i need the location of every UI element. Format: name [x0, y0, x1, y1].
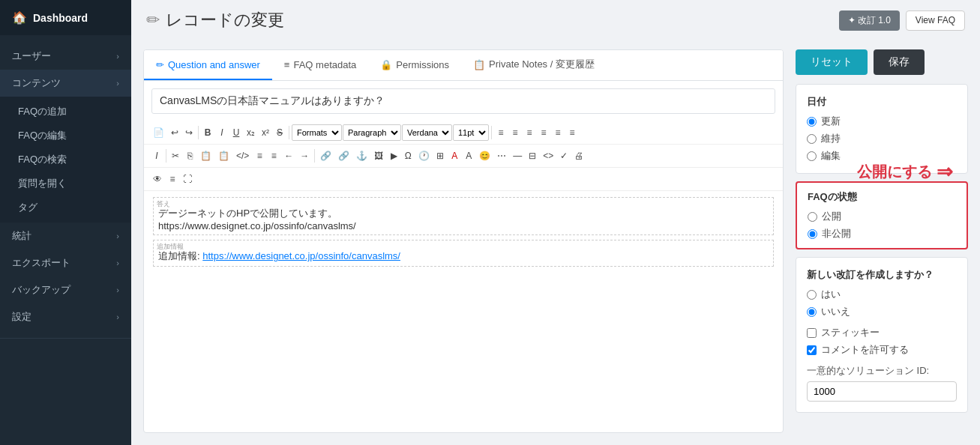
toolbar-paste2-icon[interactable]: 📋: [215, 148, 232, 164]
toolbar-unlink-icon[interactable]: 🔗: [335, 148, 352, 164]
faq-status-radio-public[interactable]: [808, 212, 817, 222]
sidebar-item-open-question[interactable]: 質問を開く: [0, 172, 131, 196]
sidebar-item-settings[interactable]: 設定 ›: [0, 303, 131, 330]
toolbar-table-icon[interactable]: ⊞: [433, 148, 447, 164]
toolbar-color-icon[interactable]: A: [448, 148, 461, 164]
toolbar-cut-icon[interactable]: ✂: [169, 148, 182, 164]
editor-toolbar-row3: 👁 ≡ ⛶: [144, 168, 783, 191]
sidebar-item-faq-edit[interactable]: FAQの編集: [0, 124, 131, 148]
question-input[interactable]: [151, 88, 775, 114]
date-option-maintain[interactable]: 維持: [807, 132, 957, 145]
toolbar-spell-icon[interactable]: ✓: [557, 148, 571, 164]
toolbar-paste-icon[interactable]: 📋: [197, 148, 214, 164]
toolbar-list-ol-icon[interactable]: ≡: [267, 148, 280, 164]
tab-permissions[interactable]: 🔒 Permissions: [368, 50, 461, 80]
checkboxes: スティッキー コメントを許可する: [807, 326, 957, 357]
chevron-right-icon-settings: ›: [116, 312, 119, 321]
toolbar-link-icon[interactable]: 🔗: [317, 148, 334, 164]
toolbar-unindent-icon[interactable]: ←: [281, 148, 296, 164]
sidebar-item-contents[interactable]: コンテンツ ›: [0, 70, 131, 97]
faq-status-option-private[interactable]: 非公開: [808, 227, 956, 240]
sticky-checkbox[interactable]: [807, 328, 817, 338]
toolbar-emoji-icon[interactable]: 😊: [476, 148, 493, 164]
sidebar-item-backup[interactable]: バックアップ ›: [0, 276, 131, 303]
toolbar-code-icon[interactable]: </>: [233, 148, 252, 164]
toolbar-italic2-icon[interactable]: I: [150, 148, 163, 164]
additional-link[interactable]: https://www.designet.co.jp/ossinfo/canva…: [202, 250, 400, 261]
toolbar-code2-icon[interactable]: <>: [540, 148, 556, 164]
toolbar-page-break-icon[interactable]: ⊟: [526, 148, 539, 164]
toolbar-hr-icon[interactable]: —: [510, 148, 525, 164]
toolbar-new-doc-icon[interactable]: 📄: [150, 124, 167, 141]
tab-private-notes[interactable]: 📋 Private Notes / 変更履歴: [461, 50, 607, 80]
reset-button[interactable]: リセット: [796, 49, 868, 75]
sidebar-item-faq-search[interactable]: FAQの検索: [0, 148, 131, 172]
new-revision-radio-group: はい いいえ: [807, 288, 957, 318]
right-panel: リセット 保存 日付 更新 維持 編集: [796, 49, 968, 433]
new-revision-title: 新しい改訂を作成しますか？: [807, 268, 957, 282]
date-radio-edit[interactable]: [807, 151, 817, 161]
annotation-group: 公開にする ⇒: [857, 160, 953, 184]
allow-comments-checkbox[interactable]: [807, 345, 817, 355]
toolbar-font-select[interactable]: Verdana: [402, 124, 452, 141]
sidebar-item-export[interactable]: エクスポート ›: [0, 249, 131, 276]
chevron-right-icon-backup: ›: [116, 285, 119, 294]
chevron-right-icon-stats: ›: [116, 231, 119, 240]
toolbar-special-char-icon[interactable]: Ω: [401, 148, 415, 164]
toolbar-redo-icon[interactable]: ↪: [182, 124, 196, 141]
faq-status-option-public[interactable]: 公開: [808, 210, 956, 223]
toolbar-fullscreen-icon[interactable]: ⛶: [180, 171, 195, 187]
toolbar-preview-icon[interactable]: 👁: [150, 171, 165, 187]
allow-comments-checkbox-label[interactable]: コメントを許可する: [807, 343, 957, 357]
header-buttons: ✦ 改訂 1.0 View FAQ: [839, 10, 966, 31]
toolbar-list-ul-icon[interactable]: ≡: [253, 148, 266, 164]
date-radio-update[interactable]: [807, 117, 817, 127]
revision-button[interactable]: ✦ 改訂 1.0: [839, 10, 900, 31]
new-revision-option-no[interactable]: いいえ: [807, 305, 957, 318]
toolbar-media-icon[interactable]: ▶: [387, 148, 400, 164]
tab-qa[interactable]: ✏ Question and answer: [144, 50, 272, 80]
view-faq-button[interactable]: View FAQ: [906, 10, 965, 31]
toolbar-undo-icon[interactable]: ↩: [168, 124, 181, 141]
toolbar-anchor-icon[interactable]: ⚓: [353, 148, 370, 164]
toolbar-underline-icon[interactable]: U: [229, 124, 243, 141]
toolbar-bold-icon[interactable]: B: [201, 124, 214, 141]
toolbar-align-justify-icon[interactable]: ≡: [537, 124, 550, 141]
new-revision-radio-no[interactable]: [807, 307, 817, 317]
sidebar-item-stats[interactable]: 統計 ›: [0, 222, 131, 249]
toolbar-superscript-icon[interactable]: x²: [259, 124, 272, 141]
new-revision-option-yes[interactable]: はい: [807, 288, 957, 301]
sticky-checkbox-label[interactable]: スティッキー: [807, 326, 957, 339]
toolbar-size-select[interactable]: 11pt: [453, 124, 489, 141]
solution-id-input[interactable]: [807, 381, 957, 402]
toolbar-subscript-icon[interactable]: x₂: [244, 124, 258, 141]
toolbar-highlight-icon[interactable]: A: [462, 148, 475, 164]
save-button[interactable]: 保存: [874, 49, 925, 75]
answer-content: デージーネットのHPで公開しています。 https://www.designet…: [158, 207, 769, 231]
toolbar-image-icon[interactable]: 🖼: [371, 148, 386, 164]
toolbar-date-icon[interactable]: 🕐: [415, 148, 433, 164]
date-option-update[interactable]: 更新: [807, 115, 957, 128]
date-radio-maintain[interactable]: [807, 134, 817, 144]
sidebar-item-tag[interactable]: タグ: [0, 196, 131, 220]
toolbar-print-icon[interactable]: 🖨: [571, 148, 586, 164]
tab-faq-meta[interactable]: ≡ FAQ metadata: [272, 50, 368, 80]
sidebar-item-faq-add[interactable]: FAQの追加: [0, 100, 131, 124]
toolbar-strikethrough-icon[interactable]: S: [273, 124, 286, 141]
toolbar-formats-select[interactable]: Formats: [292, 124, 342, 141]
toolbar-align-center-icon[interactable]: ≡: [508, 124, 522, 141]
toolbar-more-icon[interactable]: ⋯: [494, 148, 509, 164]
sidebar-item-users[interactable]: ユーザー ›: [0, 43, 131, 70]
faq-status-radio-private[interactable]: [808, 229, 817, 239]
toolbar-outdent-icon[interactable]: ≡: [565, 124, 579, 141]
tab-permissions-icon: 🔒: [380, 59, 392, 70]
toolbar-paragraph-select[interactable]: Paragraph: [343, 124, 401, 141]
toolbar-align-left-icon[interactable]: ≡: [494, 124, 508, 141]
toolbar-italic-icon[interactable]: I: [215, 124, 229, 141]
toolbar-align-right-icon[interactable]: ≡: [523, 124, 536, 141]
toolbar-indent-icon[interactable]: ≡: [551, 124, 565, 141]
new-revision-radio-yes[interactable]: [807, 290, 817, 300]
toolbar-list2-icon[interactable]: ≡: [166, 171, 179, 187]
toolbar-copy-icon[interactable]: ⎘: [183, 148, 196, 164]
toolbar-indent2-icon[interactable]: →: [297, 148, 312, 164]
